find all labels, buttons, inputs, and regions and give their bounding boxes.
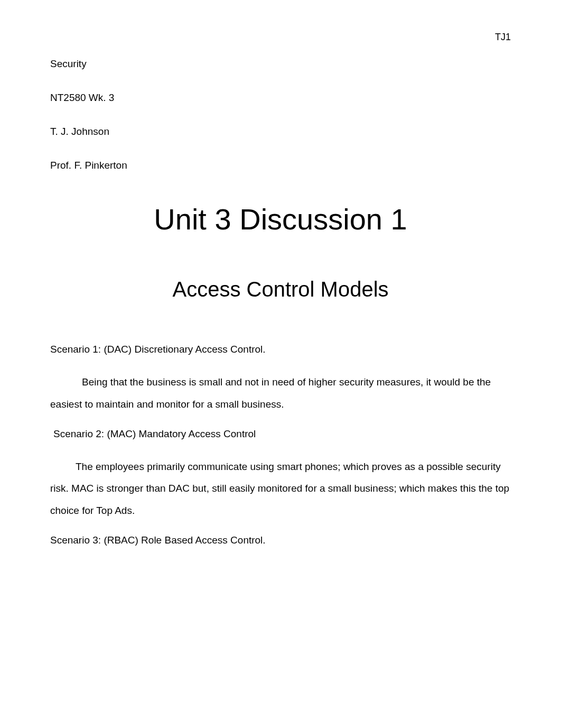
- header-professor: Prof. F. Pinkerton: [50, 160, 511, 171]
- scenario-3-heading: Scenario 3: (RBAC) Role Based Access Con…: [50, 535, 511, 546]
- header-subject: Security: [50, 58, 511, 70]
- document-subtitle: Access Control Models: [50, 278, 511, 301]
- header-course: NT2580 Wk. 3: [50, 92, 511, 104]
- scenario-2-heading: Scenario 2: (MAC) Mandatory Access Contr…: [53, 428, 511, 440]
- header-author: T. J. Johnson: [50, 126, 511, 137]
- document-title: Unit 3 Discussion 1: [50, 202, 511, 236]
- scenario-1-body: Being that the business is small and not…: [50, 371, 511, 416]
- scenario-1-heading: Scenario 1: (DAC) Discretionary Access C…: [50, 344, 511, 355]
- document-header: Security NT2580 Wk. 3 T. J. Johnson Prof…: [50, 58, 511, 171]
- scenario-2-body: The employees primarily communicate usin…: [50, 456, 511, 522]
- page-number: TJ1: [495, 32, 511, 43]
